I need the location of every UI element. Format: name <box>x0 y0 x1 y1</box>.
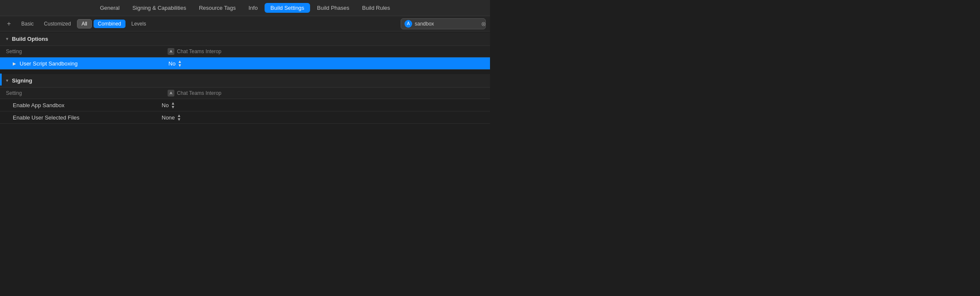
stepper-icon[interactable]: ▲▼ <box>177 114 181 121</box>
search-box[interactable]: A ⊗ <box>401 18 486 29</box>
build-options-title: Build Options <box>12 36 48 42</box>
search-input[interactable] <box>415 21 479 27</box>
build-options-toggle[interactable]: ▾ <box>6 36 9 42</box>
row-setting-user-script-sandboxing: User Script Sandboxing <box>20 60 168 67</box>
build-options-col-label: Chat Teams Interop <box>177 48 222 54</box>
left-indicator <box>0 74 2 85</box>
nav-build-settings[interactable]: Build Settings <box>265 3 311 13</box>
nav-signing-capabilities[interactable]: Signing & Capabilities <box>126 3 192 13</box>
build-options-col-header: Setting A Chat Teams Interop <box>0 46 490 57</box>
signing-app-icon: A <box>168 90 174 97</box>
signing-col-value: A Chat Teams Interop <box>168 90 222 97</box>
search-icon-circle: A <box>405 20 412 28</box>
signing-col-label: Chat Teams Interop <box>177 90 222 96</box>
table-row[interactable]: Enable App Sandbox No ▲▼ <box>0 99 490 111</box>
stepper-icon[interactable]: ▲▼ <box>178 60 182 67</box>
build-options-col-setting: Setting <box>6 48 168 54</box>
filter-basic[interactable]: Basic <box>17 20 38 28</box>
nav-resource-tags[interactable]: Resource Tags <box>193 3 242 13</box>
stepper-icon[interactable]: ▲▼ <box>171 101 175 109</box>
search-clear-button[interactable]: ⊗ <box>481 20 486 27</box>
nav-build-rules[interactable]: Build Rules <box>356 3 396 13</box>
toolbar: + Basic Customized All Combined Levels A… <box>0 16 490 31</box>
row-value-enable-app-sandbox: No ▲▼ <box>162 101 175 109</box>
build-options-app-icon: A <box>168 48 174 55</box>
row-value-enable-user-selected-files: None ▲▼ <box>162 114 181 121</box>
filter-combined[interactable]: Combined <box>94 20 125 28</box>
row-value-user-script-sandboxing: No ▲▼ <box>168 60 182 67</box>
signing-toggle[interactable]: ▾ <box>6 78 9 83</box>
nav-build-phases[interactable]: Build Phases <box>311 3 355 13</box>
row-setting-enable-user-selected-files: Enable User Selected Files <box>13 114 162 121</box>
signing-section: ▾ Signing Setting A Chat Teams Interop E… <box>0 74 490 124</box>
nav-general[interactable]: General <box>94 3 125 13</box>
table-row[interactable]: Enable User Selected Files None ▲▼ <box>0 111 490 124</box>
build-options-section-header: ▾ Build Options <box>0 32 490 46</box>
filter-all[interactable]: All <box>77 19 92 28</box>
nav-info[interactable]: Info <box>242 3 264 13</box>
row-expand-icon[interactable]: ▶ <box>13 61 16 66</box>
table-row[interactable]: ▶ User Script Sandboxing No ▲▼ <box>0 57 490 70</box>
row-setting-enable-app-sandbox: Enable App Sandbox <box>13 102 162 108</box>
filter-customized[interactable]: Customized <box>40 20 75 28</box>
signing-title: Signing <box>12 77 32 84</box>
search-icon-label: A <box>407 21 410 26</box>
top-nav: General Signing & Capabilities Resource … <box>0 0 490 16</box>
add-button[interactable]: + <box>4 19 14 28</box>
signing-section-header: ▾ Signing <box>0 74 490 88</box>
signing-col-header: Setting A Chat Teams Interop <box>0 88 490 99</box>
signing-col-setting: Setting <box>6 90 168 96</box>
build-options-col-value: A Chat Teams Interop <box>168 48 222 55</box>
filter-levels[interactable]: Levels <box>127 20 151 28</box>
